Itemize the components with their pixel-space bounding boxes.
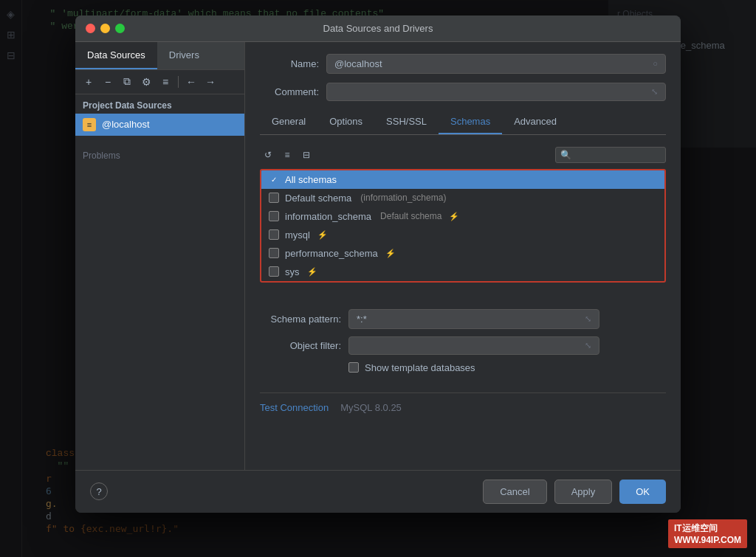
name-expand-icon: ○ <box>653 59 658 68</box>
problems-section: Problems <box>75 136 244 176</box>
schema-item-mysql[interactable]: mysql ⚡ <box>261 226 664 244</box>
lightning-icon-information: ⚡ <box>449 212 459 221</box>
comment-field-row: Comment: ⤡ <box>260 83 666 101</box>
tab-schemas[interactable]: Schemas <box>439 110 502 134</box>
maximize-button[interactable] <box>115 24 125 33</box>
right-content: Name: @localhost ○ Comment: ⤡ G <box>245 42 681 470</box>
show-template-checkbox[interactable] <box>348 362 359 373</box>
schema-checkbox-all[interactable] <box>269 174 279 184</box>
help-button[interactable]: ? <box>90 482 108 500</box>
schema-checkbox-performance[interactable] <box>269 248 279 258</box>
lightning-icon-performance: ⚡ <box>385 249 396 258</box>
copy-button[interactable]: ⧉ <box>118 73 136 91</box>
left-toolbar: + − ⧉ ⚙ ≡ ← → <box>75 70 244 94</box>
schema-pattern-value: *:* <box>357 314 367 325</box>
datasource-item-localhost[interactable]: ≡ @localhost <box>75 114 244 136</box>
schema-name-information: information_schema <box>285 211 371 222</box>
show-template-row: Show template databases <box>348 362 666 373</box>
schema-name-all: All schemas <box>285 174 337 185</box>
dialog-titlebar: Data Sources and Drivers <box>75 15 681 42</box>
schema-item-information[interactable]: information_schema Default schema ⚡ <box>261 207 664 226</box>
lightning-icon-sys: ⚡ <box>307 267 317 277</box>
schema-checkbox-information[interactable] <box>269 211 279 221</box>
minimize-button[interactable] <box>100 24 110 33</box>
schema-item-default[interactable]: Default schema (information_schema) <box>261 189 664 207</box>
close-button[interactable] <box>86 24 95 33</box>
schema-checkbox-mysql[interactable] <box>269 229 279 240</box>
object-filter-label: Object filter: <box>260 340 341 351</box>
tree-button[interactable]: ≡ <box>157 73 174 91</box>
dialog-body: Data Sources Drivers + − ⧉ ⚙ ≡ ← → Proje… <box>75 42 681 470</box>
settings-button[interactable]: ⚙ <box>137 73 155 91</box>
add-button[interactable]: + <box>80 73 97 91</box>
forward-button[interactable]: → <box>202 73 219 91</box>
schema-hint-information: Default schema <box>380 211 441 221</box>
schema-item-performance[interactable]: performance_schema ⚡ <box>261 244 664 263</box>
watermark: IT运维空间WWW.94IP.COM <box>668 519 747 548</box>
schema-listbox: All schemas Default schema (information_… <box>260 169 666 283</box>
tab-general[interactable]: General <box>260 110 317 134</box>
object-filter-input[interactable]: ⤡ <box>348 336 599 355</box>
comment-input[interactable]: ⤡ <box>326 83 666 101</box>
tab-options[interactable]: Options <box>317 110 374 134</box>
tab-data-sources[interactable]: Data Sources <box>75 42 157 69</box>
comment-expand-icon: ⤡ <box>651 87 658 97</box>
test-connection-row: Test Connection MySQL 8.0.25 <box>260 392 666 413</box>
comment-label: Comment: <box>260 86 319 97</box>
tab-ssh-ssl[interactable]: SSH/SSL <box>374 110 439 134</box>
schemas-toolbar: ↺ ≡ ⊟ 🔍 <box>260 147 666 163</box>
schema-pattern-label: Schema pattern: <box>260 314 341 325</box>
dialog-footer: ? Cancel Apply OK <box>75 470 681 513</box>
schema-name-performance: performance_schema <box>285 248 378 259</box>
schema-hint-default: (information_schema) <box>360 193 446 203</box>
schema-name-sys: sys <box>285 266 300 277</box>
left-panel: Data Sources Drivers + − ⧉ ⚙ ≡ ← → Proje… <box>75 42 245 470</box>
object-filter-expand: ⤡ <box>585 341 591 350</box>
datasource-label: @localhost <box>102 119 150 130</box>
lightning-icon-mysql: ⚡ <box>317 230 328 240</box>
schema-name-mysql: mysql <box>285 229 310 241</box>
dialog-title: Data Sources and Drivers <box>323 23 433 34</box>
schema-item-all[interactable]: All schemas <box>261 170 664 189</box>
ok-button[interactable]: OK <box>619 480 666 504</box>
project-data-sources-header: Project Data Sources <box>75 94 244 114</box>
left-tabs: Data Sources Drivers <box>75 42 244 70</box>
schema-pattern-expand: ⤡ <box>585 314 591 324</box>
dialog: Data Sources and Drivers Data Sources Dr… <box>75 15 681 513</box>
cancel-button[interactable]: Cancel <box>483 480 546 504</box>
mysql-version-label: MySQL 8.0.25 <box>340 402 402 413</box>
search-icon: 🔍 <box>560 150 571 160</box>
apply-button[interactable]: Apply <box>554 480 613 504</box>
name-input[interactable]: @localhost ○ <box>326 54 666 74</box>
schema-checkbox-sys[interactable] <box>269 266 279 277</box>
modal-overlay: Data Sources and Drivers Data Sources Dr… <box>0 0 756 557</box>
list-schemas-button[interactable]: ≡ <box>279 147 295 163</box>
schema-item-sys[interactable]: sys ⚡ <box>261 263 664 281</box>
test-connection-link[interactable]: Test Connection <box>260 402 329 413</box>
refresh-schemas-button[interactable]: ↺ <box>260 147 276 163</box>
name-value: @localhost <box>334 58 382 69</box>
filter-schemas-button[interactable]: ⊟ <box>298 147 315 163</box>
back-button[interactable]: ← <box>182 73 200 91</box>
datasource-icon: ≡ <box>83 118 96 131</box>
schemas-search-input[interactable]: 🔍 <box>555 147 666 163</box>
bottom-fields: Schema pattern: *:* ⤡ Object filter: ⤡ <box>260 309 666 381</box>
tab-advanced[interactable]: Advanced <box>502 110 568 134</box>
problems-label: Problems <box>83 151 120 161</box>
schema-pattern-input[interactable]: *:* ⤡ <box>348 309 599 329</box>
window-controls <box>86 24 125 33</box>
content-tabs: General Options SSH/SSL Schemas Advanced <box>260 110 666 135</box>
object-filter-row: Object filter: ⤡ <box>260 336 666 355</box>
name-field-row: Name: @localhost ○ <box>260 54 666 74</box>
name-label: Name: <box>260 58 319 69</box>
tab-drivers[interactable]: Drivers <box>157 42 211 69</box>
remove-button[interactable]: − <box>99 73 117 91</box>
schema-pattern-row: Schema pattern: *:* ⤡ <box>260 309 666 329</box>
footer-left: ? <box>90 482 108 500</box>
toolbar-separator <box>178 76 179 88</box>
show-template-label: Show template databases <box>365 362 475 373</box>
schema-checkbox-default[interactable] <box>269 193 279 203</box>
footer-right: Cancel Apply OK <box>483 480 666 504</box>
schema-name-default: Default schema <box>285 193 351 204</box>
